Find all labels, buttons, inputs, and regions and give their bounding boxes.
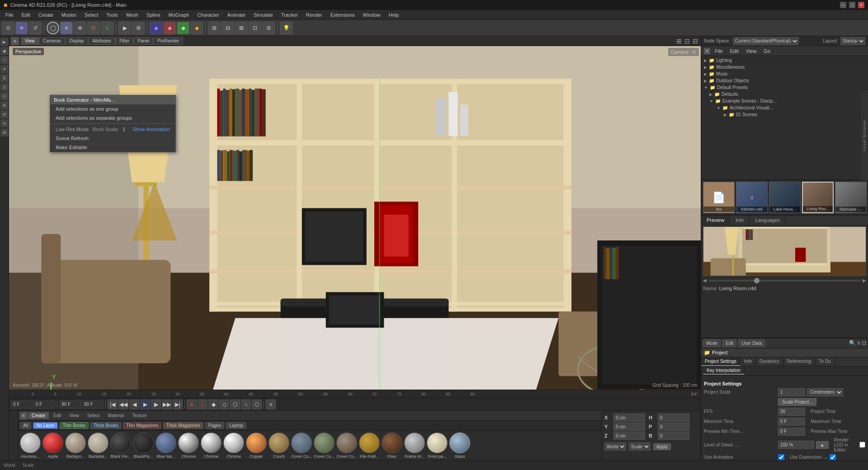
asset-view-menu[interactable]: View — [743, 48, 760, 54]
close-btn[interactable]: ✕ — [858, 2, 864, 8]
sidebar-icon-10[interactable]: ⊝ — [0, 119, 9, 127]
tree-lighting[interactable]: ▶ 📁 Lighting — [702, 57, 867, 64]
toolbar-undo[interactable]: ◯ — [47, 22, 59, 34]
prop-lod-up[interactable]: ▲ — [816, 441, 829, 449]
ctx-add-one[interactable]: Add selections as one group — [50, 104, 175, 113]
prop-scale-project-btn[interactable]: Scale Project... — [778, 398, 816, 406]
sidebar-icon-6[interactable]: S — [0, 83, 9, 91]
mat-copper[interactable]: Copper — [246, 432, 267, 459]
coord-z-pos[interactable] — [613, 432, 645, 440]
vp-menu-btn[interactable]: ≡ — [11, 37, 19, 45]
anim-prev-btn[interactable]: ◀◀ — [118, 400, 128, 409]
tree-misc[interactable]: ▶ 📁 Miscellaneous — [702, 64, 867, 70]
coord-p[interactable] — [658, 423, 689, 431]
menu-tracker[interactable]: Tracker — [278, 11, 302, 19]
toolbar-obj3[interactable]: ◆ — [177, 22, 189, 34]
filter-thin-books[interactable]: Thin Books — [60, 422, 89, 429]
filter-all[interactable]: All — [20, 422, 31, 429]
tree-default-presets[interactable]: ▼ 📁 Default Presets — [702, 84, 867, 91]
menu-window[interactable]: Window — [359, 11, 384, 19]
mat-coverco[interactable]: Cover Co... — [291, 432, 312, 459]
coord-world-select[interactable]: World — [604, 442, 626, 451]
anim-current-field[interactable] — [33, 400, 55, 409]
mat-chrome3[interactable]: Chrome — [223, 432, 244, 459]
toolbar-scale[interactable]: ⤡ — [101, 22, 113, 34]
menu-character[interactable]: Character — [193, 11, 222, 19]
sidebar-icon-7[interactable]: ⊙ — [0, 92, 9, 100]
menu-help[interactable]: Help — [385, 11, 403, 19]
vp-tab-attributes[interactable]: Attributes — [88, 37, 115, 45]
toolbar-snap1[interactable]: ⊞ — [208, 22, 221, 34]
thumb-lake[interactable]: Lake Hous... — [769, 182, 801, 213]
layout-select[interactable]: Startup — [840, 37, 865, 45]
sidebar-icon-4[interactable]: ✦ — [0, 65, 9, 73]
mat-blackpie[interactable]: Black Pie... — [110, 432, 131, 459]
mat-chrome2[interactable]: Chrome — [201, 432, 222, 459]
props-mode-btn[interactable]: Mode — [703, 339, 721, 347]
props-edit-btn[interactable]: Edit — [722, 339, 736, 347]
ptab-project-settings[interactable]: Project Settings — [701, 357, 741, 366]
mat-blackplate[interactable]: BlackPla... — [133, 432, 154, 459]
tree-example-scenes[interactable]: ▼ 📁 Example Scenes - Discip... — [702, 98, 867, 104]
anim-end-field[interactable] — [59, 400, 81, 409]
prop-project-scale-unit[interactable]: Centimeters — [807, 388, 843, 396]
tree-01-scenes[interactable]: ▶ 📁 01 Scenes — [702, 111, 867, 118]
mat-tab-view[interactable]: View — [66, 412, 83, 419]
preview-slider-track[interactable] — [708, 280, 861, 282]
prev-tab-languages[interactable]: Languages — [750, 216, 785, 225]
mat-frontpa[interactable]: Front pa... — [427, 432, 448, 459]
toolbar-obj1[interactable]: ◆ — [150, 22, 162, 34]
thumb-kitchen[interactable]: 🍴 Kitchen.c4d — [736, 182, 768, 213]
mat-tab-create[interactable]: Create — [28, 412, 49, 419]
toolbar-mode1[interactable]: ⊙ — [2, 22, 14, 34]
toolbar-light[interactable]: 💡 — [280, 22, 292, 34]
menu-extensions[interactable]: Extensions — [327, 11, 359, 19]
sidebar-icon-5[interactable]: $ — [0, 74, 9, 82]
anim-record-btn[interactable]: ● — [187, 400, 197, 409]
asset-edit-menu[interactable]: Edit — [727, 48, 741, 54]
toolbar-play[interactable]: ▶ — [118, 22, 131, 34]
mat-coverco3[interactable]: Cover Co... — [336, 432, 357, 459]
vp-icon-fullscreen[interactable]: ⊡ — [684, 38, 690, 45]
toolbar-select[interactable]: ✕ — [60, 22, 73, 34]
anim-auto-btn[interactable]: ○ — [198, 400, 208, 409]
ctx-scene-refresh[interactable]: Scene Refresh — [50, 134, 175, 143]
sidebar-icon-9[interactable]: ⊜ — [0, 110, 9, 118]
maximize-btn[interactable]: □ — [849, 2, 855, 8]
menu-modes[interactable]: Modes — [58, 11, 80, 19]
props-icon2[interactable]: ⊡ — [862, 340, 866, 346]
preview-slider-thumb[interactable] — [754, 278, 760, 283]
anim-menu-btn[interactable]: ≡ — [266, 400, 276, 409]
coord-scale-select[interactable]: Scale — [629, 442, 651, 451]
props-icon1[interactable]: ≡ — [857, 340, 860, 346]
anim-step-back-btn[interactable]: ◀ — [129, 400, 139, 409]
filter-laptop[interactable]: Laptop — [226, 422, 246, 429]
mat-apple[interactable]: Apple — [42, 432, 63, 459]
menu-mograph[interactable]: MoGraph — [165, 11, 193, 19]
viewport[interactable]: X Y Z Book Generator - NitroMa... Add se… — [9, 46, 701, 390]
mat-backplate[interactable]: Backplat... — [88, 432, 108, 459]
ptab-info[interactable]: Info — [741, 357, 756, 366]
tree-outdoor[interactable]: ▶ 📁 Outdoor Objects — [702, 77, 867, 84]
vp-tab-cameras[interactable]: Cameras — [39, 37, 66, 45]
anim-step-fwd-btn[interactable]: ▶ — [151, 400, 161, 409]
menu-tools[interactable]: Tools — [103, 11, 122, 19]
mat-couch[interactable]: Couch — [269, 432, 289, 459]
thumb-stair1[interactable]: Staircase -... — [835, 182, 867, 213]
toolbar-snap2[interactable]: ⊟ — [222, 22, 234, 34]
menu-create[interactable]: Create — [35, 11, 57, 19]
anim-key5-btn[interactable]: ⬡ — [252, 400, 262, 409]
mat-tab-edit[interactable]: Edit — [50, 412, 65, 419]
prev-tab-preview[interactable]: Preview — [701, 216, 730, 225]
toolbar-move[interactable]: ⊕ — [74, 22, 86, 34]
vp-tab-prorender[interactable]: ProRender — [153, 37, 183, 45]
mat-floor[interactable]: Floor — [382, 432, 402, 459]
mat-aluminum[interactable]: Aluminiu... — [20, 432, 41, 459]
menu-edit[interactable]: Edit — [18, 11, 34, 19]
vp-tab-view[interactable]: View — [21, 37, 39, 45]
tree-music[interactable]: ▶ 📁 Music — [702, 70, 867, 77]
prop-render-lod-check[interactable] — [859, 442, 865, 448]
ctx-make-editable[interactable]: Make Editable — [50, 143, 175, 152]
prop-project-scale-input[interactable] — [778, 388, 805, 396]
thumb-tex[interactable]: 📄 tex — [703, 182, 735, 213]
